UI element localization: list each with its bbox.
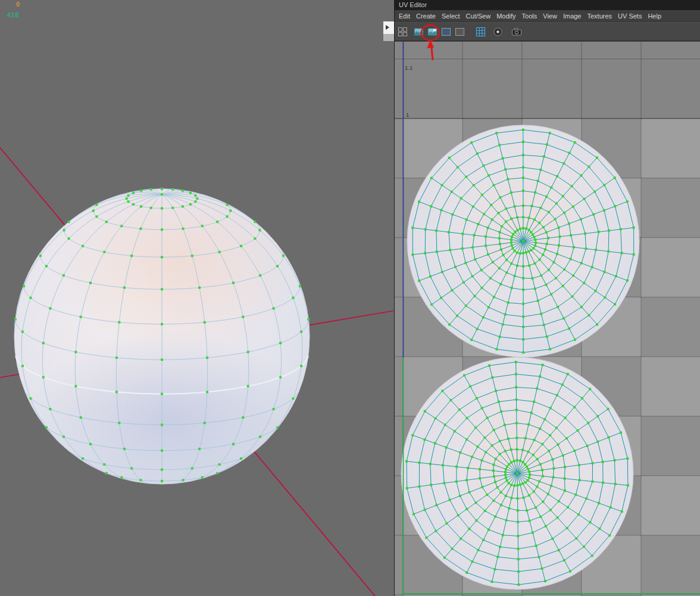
menu-item-tools[interactable]: Tools (519, 13, 540, 20)
menu-item-image[interactable]: Image (560, 13, 585, 20)
grid-label: 1.1 (405, 64, 412, 71)
menu-item-view[interactable]: View (540, 13, 560, 20)
background-window-top (383, 21, 394, 34)
uv-editor-titlebar[interactable]: UV Editor (395, 0, 700, 10)
shade-uvs-icon[interactable] (492, 26, 504, 38)
menu-item-textures[interactable]: Textures (584, 13, 615, 20)
uv-editor-toolbar (395, 22, 700, 41)
uv-layout-grid-icon[interactable] (396, 26, 409, 38)
display-image-icon[interactable] (412, 26, 425, 38)
background-window-bottom (383, 34, 394, 41)
pixel-snap-icon[interactable] (474, 26, 487, 38)
menu-item-edit[interactable]: Edit (396, 13, 413, 20)
maya-workspace: 0 418 UV Editor EditCreateSelectCut/SewM… (0, 0, 700, 596)
menu-item-cut-sew[interactable]: Cut/Sew (463, 13, 494, 20)
uv-editor-menubar: EditCreateSelectCut/SewModifyToolsViewIm… (395, 10, 700, 22)
uv-editor-canvas[interactable]: 1.11 (395, 42, 700, 596)
menu-item-help[interactable]: Help (645, 13, 664, 20)
uv-editor-panel: UV Editor EditCreateSelectCut/SewModifyT… (394, 0, 700, 596)
background-window-fragment (383, 21, 394, 41)
menu-item-create[interactable]: Create (413, 13, 439, 20)
triangle-icon (386, 25, 389, 30)
viewport-3d[interactable] (0, 0, 394, 596)
uv-editor-title: UV Editor (399, 1, 427, 8)
hud-counter-top: 0 (16, 1, 20, 8)
dim-image-icon[interactable] (440, 26, 452, 38)
menu-item-uv-sets[interactable]: UV Sets (615, 13, 645, 20)
view-grid-icon[interactable] (454, 26, 466, 38)
toggle-filtered-image-icon[interactable] (426, 26, 439, 38)
uv-snapshot-camera-icon[interactable] (510, 26, 523, 38)
menu-item-select[interactable]: Select (439, 13, 463, 20)
hud-counter-bottom: 418 (7, 11, 19, 18)
grid-label: 1 (406, 111, 409, 118)
menu-item-modify[interactable]: Modify (493, 13, 518, 20)
